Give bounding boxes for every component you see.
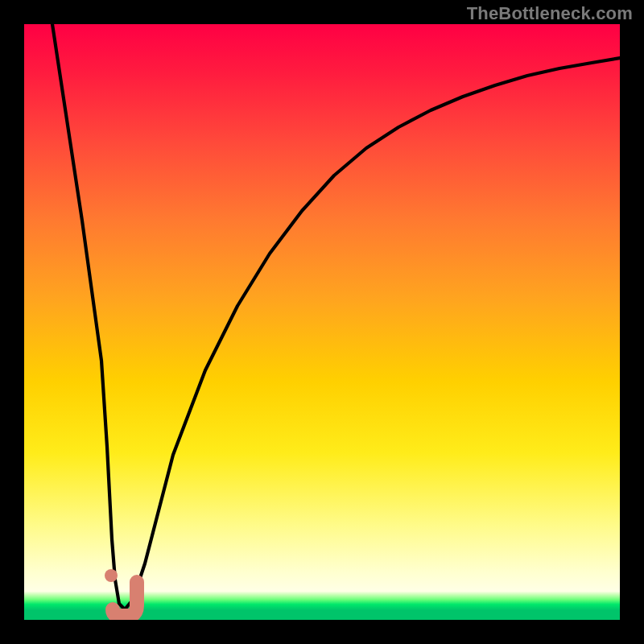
curve-path [52, 24, 620, 609]
outer-frame: TheBottleneck.com [0, 0, 644, 644]
optimal-marker [105, 569, 137, 616]
plot-area [24, 24, 620, 620]
watermark-text: TheBottleneck.com [467, 3, 633, 24]
marker-dot-icon [105, 569, 118, 582]
bottleneck-curve [24, 24, 620, 620]
